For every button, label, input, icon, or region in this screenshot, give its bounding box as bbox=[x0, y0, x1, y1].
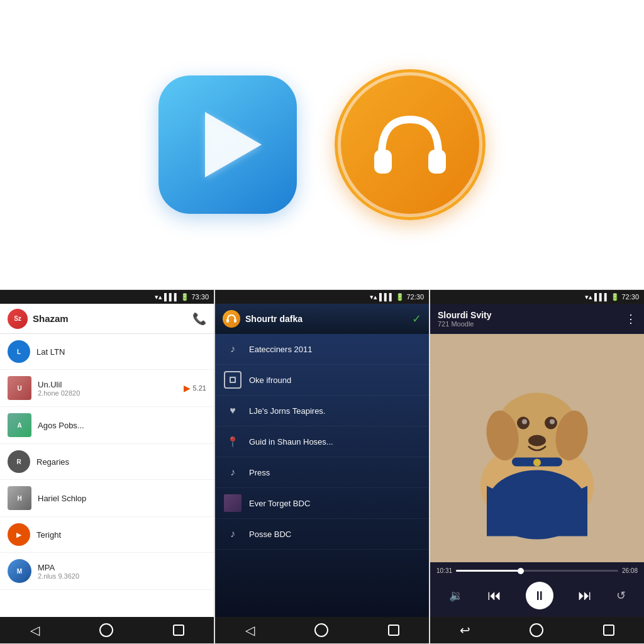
more-options-button[interactable]: ⋮ bbox=[625, 312, 636, 326]
contact-list: L Lat LTN U Un.Ulil 2.hone 02820 ▶ 5.21 … bbox=[0, 334, 214, 617]
svg-rect-3 bbox=[234, 319, 236, 323]
status-bar-3: ▾▴ ▌▌▌ 🔋 72:30 bbox=[430, 290, 644, 304]
player-title: Slourdi Svity bbox=[438, 310, 625, 320]
avatar: ▶ bbox=[8, 523, 30, 546]
svg-point-15 bbox=[533, 459, 541, 467]
playlist-item-text: Eatecciners 2011 bbox=[249, 345, 312, 354]
nav-bar-1: ◁ bbox=[0, 617, 214, 643]
progress-bar[interactable] bbox=[456, 570, 618, 572]
top-icons-section bbox=[0, 0, 644, 289]
playlist-item-text: Guid in Shaun Hoses... bbox=[249, 437, 333, 447]
heart-icon: ♥ bbox=[224, 402, 242, 419]
screen-player: ▾▴ ▌▌▌ 🔋 72:30 Slourdi Svity 721 Moodle … bbox=[430, 289, 644, 644]
list-item[interactable]: R Regaries bbox=[0, 444, 214, 480]
list-item[interactable]: H Hariel Schlop bbox=[0, 480, 214, 517]
home-button-2[interactable] bbox=[314, 623, 328, 637]
battery-icon: 🔋 bbox=[180, 293, 189, 301]
play-app-icon[interactable] bbox=[158, 75, 297, 214]
music-note-icon-3: ♪ bbox=[224, 525, 242, 543]
contact-info: Hariel Schlop bbox=[38, 494, 206, 503]
list-item[interactable]: U Un.Ulil 2.hone 02820 ▶ 5.21 bbox=[0, 370, 214, 407]
phone-call-button[interactable]: 📞 bbox=[192, 312, 206, 326]
checkmark-icon[interactable]: ✓ bbox=[412, 312, 421, 326]
play-triangle bbox=[205, 112, 262, 177]
list-item[interactable]: ▶ Teright bbox=[0, 517, 214, 553]
total-time-label: 26:08 bbox=[622, 567, 638, 574]
signal-icon-2: ▌▌▌ bbox=[379, 293, 394, 301]
volume-button[interactable]: 🔉 bbox=[449, 589, 463, 602]
recent-button[interactable] bbox=[173, 625, 184, 636]
wifi-icon-3: ▾▴ bbox=[585, 293, 592, 301]
status-icons-3: ▾▴ ▌▌▌ 🔋 72:30 bbox=[585, 293, 639, 301]
battery-icon-2: 🔋 bbox=[396, 293, 404, 301]
home-button-3[interactable] bbox=[530, 623, 543, 637]
list-item[interactable]: ♥ LJe's Jorns Teapires. bbox=[215, 396, 429, 426]
list-item[interactable]: 📍 Guid in Shaun Hoses... bbox=[215, 426, 429, 457]
pause-button[interactable]: ⏸ bbox=[526, 582, 553, 609]
wifi-icon: ▾▴ bbox=[155, 293, 162, 301]
player-title-block: Slourdi Svity 721 Moodle bbox=[438, 310, 625, 328]
playlist-header-left: Shourtr dafka bbox=[223, 310, 303, 328]
shazam-avatar: Sz bbox=[8, 309, 28, 329]
player-subtitle: 721 Moodle bbox=[438, 320, 625, 328]
playlist-item-text: Ever Torget BDC bbox=[249, 499, 310, 508]
next-button[interactable]: ⏭ bbox=[578, 587, 592, 604]
player-header: Slourdi Svity 721 Moodle ⋮ bbox=[430, 304, 644, 334]
wifi-icon-2: ▾▴ bbox=[370, 293, 377, 301]
signal-icon-3: ▌▌▌ bbox=[594, 293, 609, 301]
playlist-header: Shourtr dafka ✓ bbox=[215, 304, 429, 334]
contacts-title: Shazam bbox=[33, 313, 69, 324]
svg-point-11 bbox=[522, 419, 527, 425]
playlist-title: Shourtr dafka bbox=[245, 314, 303, 324]
headphone-svg bbox=[369, 107, 451, 182]
status-bar-1: ▾▴ ▌▌▌ 🔋 73:30 bbox=[0, 290, 214, 304]
dog-svg bbox=[430, 334, 644, 562]
album-art bbox=[430, 334, 644, 562]
list-item[interactable]: L Lat LTN bbox=[0, 334, 214, 370]
location-pin-icon: 📍 bbox=[224, 433, 242, 450]
contact-name: Regaries bbox=[36, 457, 206, 467]
back-button-2[interactable]: ◁ bbox=[245, 623, 255, 638]
contact-sub: 2.hone 02820 bbox=[38, 389, 177, 397]
previous-button[interactable]: ⏮ bbox=[487, 587, 501, 604]
status-icons-2: ▾▴ ▌▌▌ 🔋 72:30 bbox=[370, 293, 424, 301]
avatar: R bbox=[8, 450, 30, 473]
avatar: L bbox=[8, 340, 30, 363]
back-button[interactable]: ◁ bbox=[30, 623, 40, 638]
list-item[interactable]: M MPA 2.nlus 9.3620 bbox=[0, 553, 214, 590]
avatar: A bbox=[8, 413, 31, 437]
home-button[interactable] bbox=[99, 623, 113, 637]
list-item[interactable]: A Agos Pobs... bbox=[0, 407, 214, 444]
contact-info: Lat LTN bbox=[36, 347, 206, 357]
music-note-icon-2: ♪ bbox=[224, 464, 242, 481]
contact-info: Regaries bbox=[36, 457, 206, 467]
contact-info: Un.Ulil 2.hone 02820 bbox=[38, 380, 177, 397]
recent-button-3[interactable] bbox=[603, 625, 614, 636]
recent-button-2[interactable] bbox=[388, 625, 399, 636]
avatar: U bbox=[8, 376, 31, 400]
avatar: H bbox=[8, 486, 31, 510]
camera-box-icon bbox=[224, 371, 242, 389]
repeat-button[interactable]: ↺ bbox=[616, 589, 626, 602]
current-time-label: 10:31 bbox=[436, 567, 452, 574]
list-item[interactable]: ♪ Posse BDC bbox=[215, 519, 429, 550]
back-button-3[interactable]: ↩ bbox=[460, 623, 470, 638]
svg-rect-1 bbox=[428, 150, 446, 174]
svg-rect-2 bbox=[226, 319, 229, 323]
nav-bar-2: ◁ bbox=[215, 617, 429, 643]
status-time-3: 72:30 bbox=[621, 293, 639, 301]
contact-name: Hariel Schlop bbox=[38, 494, 206, 503]
play-icon: ▶ bbox=[184, 383, 191, 393]
progress-section: 10:31 26:08 bbox=[436, 567, 638, 574]
list-item[interactable]: ♪ Eatecciners 2011 bbox=[215, 334, 429, 365]
nav-bar-3: ↩ bbox=[430, 617, 644, 643]
contact-name: Teright bbox=[36, 530, 206, 540]
list-item[interactable]: Ever Torget BDC bbox=[215, 488, 429, 519]
dog-image bbox=[430, 334, 644, 562]
list-item[interactable]: Oke ifround bbox=[215, 365, 429, 396]
playlist-logo bbox=[223, 310, 240, 328]
headphone-app-icon[interactable] bbox=[335, 69, 486, 220]
svg-point-12 bbox=[550, 419, 555, 425]
status-icons-1: ▾▴ ▌▌▌ 🔋 73:30 bbox=[155, 293, 209, 301]
list-item[interactable]: ♪ Press bbox=[215, 457, 429, 488]
